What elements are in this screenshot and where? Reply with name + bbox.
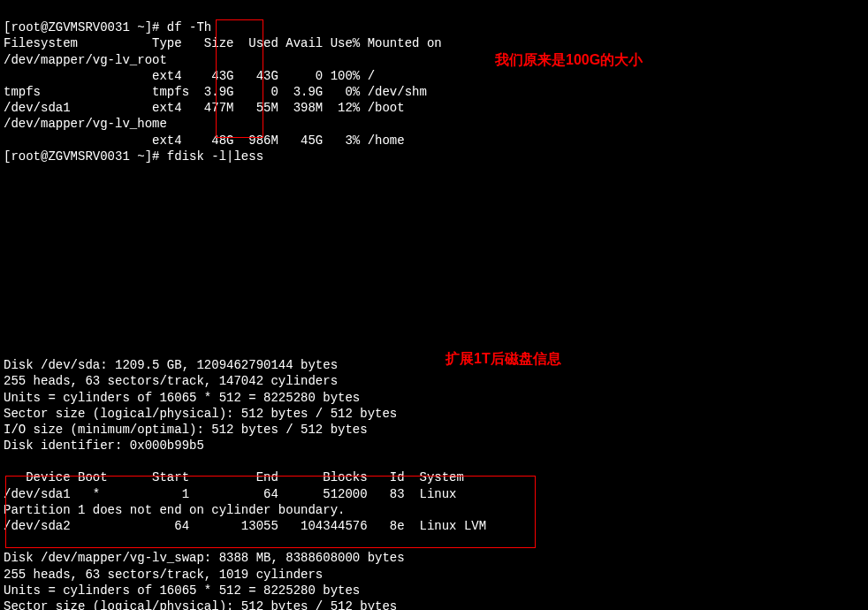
df-row: tmpfs tmpfs 3.9G 0 3.9G 0% /dev/shm <box>4 85 427 99</box>
df-row: /dev/mapper/vg-lv_home <box>4 117 167 131</box>
blank-line <box>4 230 11 244</box>
df-header: Filesystem Type Size Used Avail Use% Mou… <box>4 36 442 50</box>
blank-line <box>4 294 11 308</box>
fdisk-sda-line: Disk /dev/sda: 1209.5 GB, 1209462790144 … <box>4 358 338 372</box>
prompt: [root@ZGVMSRV0031 ~]# <box>4 149 159 164</box>
fdisk-swap-line: Sector size (logical/physical): 512 byte… <box>4 599 397 610</box>
partition-table-header: Device Boot Start End Blocks Id System <box>4 470 464 484</box>
prompt-line-1: [root@ZGVMSRV0031 ~]# df -Th <box>4 20 211 34</box>
command: fdisk -l|less <box>167 149 263 164</box>
prompt-line-2: [root@ZGVMSRV0031 ~]# fdisk -l|less <box>4 149 263 164</box>
fdisk-sda-line: Sector size (logical/physical): 512 byte… <box>4 407 397 421</box>
df-row: /dev/sda1 ext4 477M 55M 398M 12% /boot <box>4 101 405 115</box>
blank-line <box>4 246 11 260</box>
df-row: ext4 48G 986M 45G 3% /home <box>4 133 405 148</box>
prompt: [root@ZGVMSRV0031 ~]# <box>4 20 159 34</box>
fdisk-sda-line: I/O size (minimum/optimal): 512 bytes / … <box>4 423 368 437</box>
blank-line <box>4 181 11 195</box>
terminal-output: [root@ZGVMSRV0031 ~]# df -Th Filesystem … <box>4 4 864 610</box>
fdisk-sda-line: Units = cylinders of 16065 * 512 = 82252… <box>4 391 360 405</box>
blank-line <box>4 278 11 292</box>
fdisk-swap-line: Units = cylinders of 16065 * 512 = 82252… <box>4 583 360 598</box>
fdisk-sda-line: 255 heads, 63 sectors/track, 147042 cyli… <box>4 374 338 388</box>
partition-table-row: Partition 1 does not end on cylinder bou… <box>4 503 345 517</box>
partition-table-row: /dev/sda2 64 13055 104344576 8e Linux LV… <box>4 519 486 533</box>
fdisk-swap-line: Disk /dev/mapper/vg-lv_swap: 8388 MB, 83… <box>4 551 405 565</box>
blank-line <box>4 342 11 356</box>
partition-table-row: /dev/sda1 * 1 64 512000 83 Linux <box>4 487 456 501</box>
command: df -Th <box>167 20 211 34</box>
annotation-after-expand: 扩展1T后磁盘信息 <box>445 350 561 369</box>
df-row: ext4 43G 43G 0 100% / <box>4 69 375 83</box>
blank-line <box>4 454 11 469</box>
blank-line <box>4 535 11 549</box>
fdisk-sda-line: Disk identifier: 0x000b99b5 <box>4 438 204 453</box>
blank-line <box>4 197 11 211</box>
df-row: /dev/mapper/vg-lv_root <box>4 53 167 67</box>
blank-line <box>4 326 11 340</box>
annotation-original-size: 我们原来是100G的大小 <box>495 51 643 70</box>
blank-line <box>4 165 11 179</box>
blank-line <box>4 262 11 276</box>
blank-line <box>4 310 11 324</box>
blank-line <box>4 213 11 227</box>
fdisk-swap-line: 255 heads, 63 sectors/track, 1019 cylind… <box>4 568 323 582</box>
